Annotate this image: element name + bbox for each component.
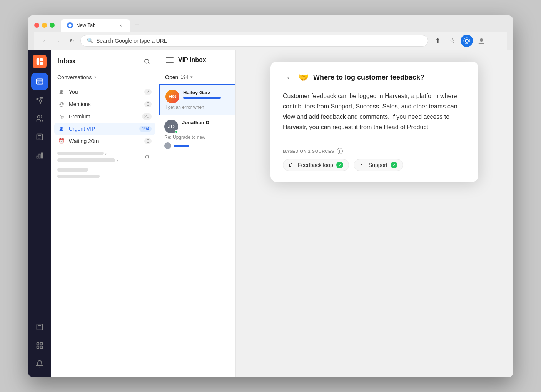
popup-hand-icon: 🤝 [298,73,309,83]
hailey-name: Hailey Garz [183,90,230,95]
nav-list: You 7 @ Mentions 0 ◎ Premium 20 [51,84,159,149]
window-minimize-button[interactable] [42,23,47,28]
svg-rect-7 [40,62,43,64]
support-chip-icon: 🏷 [359,162,366,168]
conversation-item-jonathan[interactable]: JD Jonathan D Re: Upgrade to new [159,115,235,154]
hailey-preview: I get an error when [165,105,230,110]
svg-rect-5 [37,58,39,65]
app-sidebar [28,50,51,377]
sidebar-send-button[interactable] [31,92,48,108]
waiting-label: Waiting 20m [69,138,140,144]
jonathan-name: Jonathan D [182,120,230,125]
sidebar-docs-button[interactable] [31,128,48,145]
svg-point-4 [480,38,483,42]
open-filter[interactable]: Open 194 ▾ [159,70,235,85]
jonathan-mini-avatar [164,142,171,149]
feedback-check-icon: ✓ [336,162,343,168]
sidebar-item-mentions[interactable]: @ Mentions 0 [54,98,155,110]
inbox-search-button[interactable] [142,56,152,67]
svg-rect-17 [37,346,39,348]
svg-point-21 [60,90,63,92]
bookmark-button[interactable]: ☆ [446,35,458,47]
premium-icon: ◎ [58,113,65,120]
mentions-icon: @ [58,101,65,108]
window-close-button[interactable] [34,23,39,28]
browser-tab[interactable]: New Tab × [61,19,130,32]
waiting-icon: ⏰ [58,138,65,145]
you-icon [58,88,65,95]
sidebar-item-waiting[interactable]: ⏰ Waiting 20m 0 [54,135,155,147]
placeholder-section [51,165,159,181]
open-chevron: ▾ [190,75,193,80]
sources-label-text: BASED ON 2 SOURCES [283,149,334,153]
jonathan-typing [174,145,189,147]
sidebar-team-button[interactable] [31,110,48,127]
address-bar-text: Search Google or type a URL [96,38,167,44]
sidebar-apps-button[interactable] [31,337,48,354]
sources-info-icon[interactable]: i [337,148,343,154]
sidebar-item-premium[interactable]: ◎ Premium 20 [54,110,155,123]
nav-reload-button[interactable]: ↻ [67,35,77,46]
jonathan-preview: Re: Upgrade to new [164,135,230,140]
tab-favicon [67,22,73,28]
conversations-label: Conversations [57,74,92,80]
middle-panel: VIP Inbox Open 194 ▾ HG Hailey Garz [159,50,236,377]
popup-card: ‹ 🤝 Where to log customer feedback? Cust… [270,62,478,182]
svg-point-20 [145,59,149,63]
mentions-label: Mentions [69,101,140,107]
conversations-header[interactable]: Conversations ▾ [51,70,159,84]
hailey-avatar: HG [165,90,179,103]
tab-title: New Tab [76,22,115,28]
open-count: 194 [180,75,188,80]
app-logo [33,55,47,68]
urgent-vip-icon [58,125,65,132]
svg-rect-15 [37,342,39,345]
profile-button[interactable] [475,35,488,47]
window-maximize-button[interactable] [50,23,55,28]
inbox-title: Inbox [57,57,76,65]
waiting-count: 0 [144,138,152,144]
sidebar-reports-button[interactable] [31,147,48,164]
new-tab-button[interactable]: + [132,20,142,31]
extension-button[interactable] [461,35,473,47]
hamburger-button[interactable] [165,55,174,65]
svg-rect-6 [40,58,43,61]
address-bar[interactable]: 🔍 Search Google or type a URL [80,35,428,47]
source-chip-feedback[interactable]: 🗂 Feedback loop ✓ [283,159,349,171]
svg-rect-16 [40,342,43,345]
support-check-icon: ✓ [391,162,397,168]
chrome-menu-button[interactable]: ⋮ [490,35,502,47]
premium-count: 20 [142,113,152,120]
tab-close-button[interactable]: × [118,22,124,28]
feedback-chip-icon: 🗂 [289,162,295,168]
knowledge-panel-area: ‹ 🤝 Where to log customer feedback? Cust… [236,50,513,377]
svg-point-9 [37,115,40,118]
source-chip-support[interactable]: 🏷 Support ✓ [354,159,403,171]
popup-back-button[interactable]: ‹ [283,72,294,83]
section-settings-button[interactable]: ⚙ [142,152,152,162]
sidebar-item-you[interactable]: You 7 [54,86,155,98]
urgent-vip-count: 194 [139,126,152,132]
conversation-item-hailey[interactable]: HG Hailey Garz I get an error when [159,85,235,115]
open-label: Open [165,74,178,80]
svg-point-3 [466,40,468,42]
nav-forward-button[interactable]: › [53,35,63,46]
popup-body: Customer feedback can be logged in Harve… [283,91,466,133]
svg-rect-11 [37,156,38,158]
you-label: You [69,89,140,95]
left-panel: Inbox Conversations ▾ You 7 @ [51,50,159,377]
feedback-chip-label: Feedback loop [298,162,333,168]
search-icon: 🔍 [87,38,93,43]
sidebar-snippets-button[interactable] [31,319,48,335]
jonathan-avatar: JD [164,120,178,133]
conversations-chevron: ▾ [94,75,96,79]
sidebar-inbox-button[interactable] [31,73,48,90]
share-button[interactable]: ⬆ [431,35,444,47]
popup-sources: BASED ON 2 SOURCES i 🗂 Feedback loop ✓ 🏷… [283,142,466,171]
hailey-status-bar [183,97,221,99]
vip-inbox-title: VIP Inbox [178,57,206,63]
sidebar-item-urgent-vip[interactable]: Urgent VIP 194 [54,123,155,135]
you-count: 7 [144,89,152,95]
nav-back-button[interactable]: ‹ [39,35,50,46]
sidebar-notifications-button[interactable] [31,355,48,372]
